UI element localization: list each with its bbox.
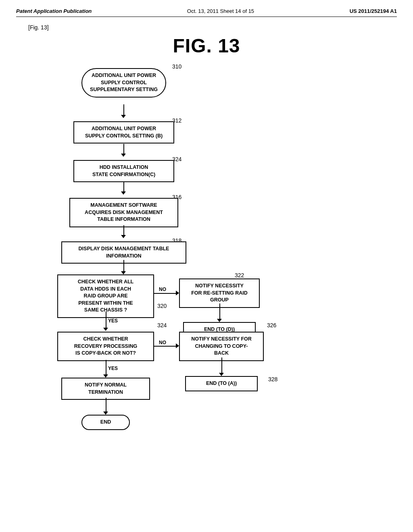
conn-320-yes-v <box>106 312 106 328</box>
label-yes2: YES <box>108 366 118 371</box>
conn-notify-end <box>106 398 106 412</box>
box-328-notify: NOTIFY NORMAL TERMINATION <box>61 378 150 400</box>
arrow-notify-end <box>103 411 108 415</box>
arrow-316-318 <box>121 235 126 238</box>
flowchart: 310 ADDITIONAL UNIT POWER SUPPLY CONTROL… <box>33 61 380 520</box>
box-end-a: END (TO (A)) <box>185 376 258 391</box>
conn-322-end324 <box>219 303 220 320</box>
page: Patent Application Publication Oct. 13, … <box>0 0 413 532</box>
box-314: HDD INSTALLATION STATE CONFIRMATION(C) <box>73 160 174 182</box>
arrow-318-320 <box>121 271 126 274</box>
ref-310: 310 <box>172 63 181 70</box>
ref-320: 320 <box>157 303 167 309</box>
arrow-310-312 <box>121 115 126 118</box>
arrow-312-314 <box>121 154 126 157</box>
box-324-check: CHECK WHETHER RECOVERY PROCESSING IS COP… <box>57 332 154 361</box>
conn-324-yes-v <box>106 360 106 375</box>
ref-328: 328 <box>268 376 277 382</box>
box-316: MANAGEMENT SOFTWARE ACQUIRES DISK MANAGE… <box>69 198 178 227</box>
ref-322: 322 <box>235 272 244 278</box>
ref-326: 326 <box>267 322 276 328</box>
arrow-326-end-a <box>219 373 224 376</box>
header-date-sheet: Oct. 13, 2011 Sheet 14 of 15 <box>187 8 254 14</box>
arrow-320-no <box>176 291 179 295</box>
arrow-320-yes <box>103 328 108 331</box>
figure-label: [Fig. 13] <box>28 24 397 31</box>
arrow-324-yes <box>103 374 108 378</box>
conn-316-318 <box>123 225 124 236</box>
box-310: ADDITIONAL UNIT POWER SUPPLY CONTROL SUP… <box>81 68 166 98</box>
conn-314-316 <box>123 182 124 192</box>
header-patent-number: US 2011/252194 A1 <box>350 8 397 14</box>
conn-326-end-a <box>221 357 222 374</box>
header-publication: Patent Application Publication <box>16 8 92 14</box>
conn-320-no-h <box>154 293 178 294</box>
conn-324-no-h <box>154 346 178 347</box>
arrow-322-end324 <box>217 319 222 322</box>
arrow-314-316 <box>121 191 126 195</box>
conn-318-320 <box>123 260 124 272</box>
label-no1: NO <box>159 287 166 292</box>
figure-title: FIG. 13 <box>25 35 388 57</box>
arrow-324-no <box>176 343 179 348</box>
label-no2: NO <box>159 340 166 345</box>
box-312: ADDITIONAL UNIT POWER SUPPLY CONTROL SET… <box>73 121 174 143</box>
conn-312-314 <box>123 144 124 154</box>
page-header: Patent Application Publication Oct. 13, … <box>16 8 397 17</box>
label-yes1: YES <box>108 318 118 324</box>
conn-310-312 <box>123 104 124 116</box>
diagram-area: FIG. 13 310 ADDITIONAL UNIT POWER SUPPLY… <box>25 35 388 520</box>
box-326: NOTIFY NECESSITY FOR CHANGING TO COPY- B… <box>179 332 264 361</box>
box-end: END <box>81 415 130 430</box>
ref-324-bot: 324 <box>157 322 167 328</box>
